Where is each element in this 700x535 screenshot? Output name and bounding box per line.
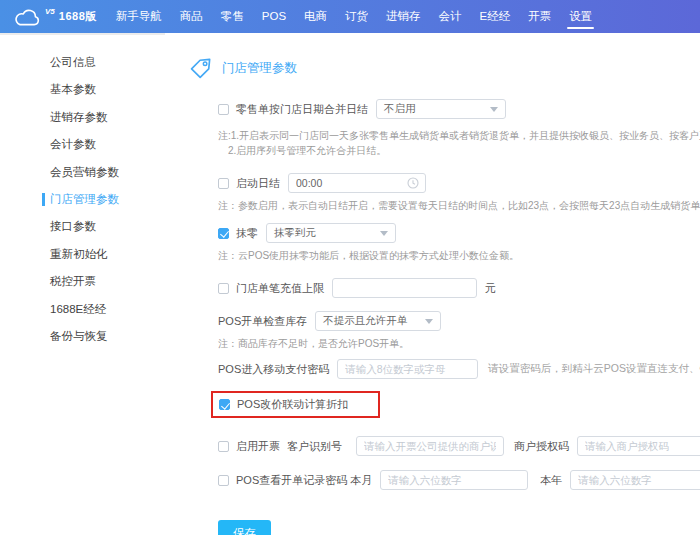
auto-daily-time-field bbox=[288, 173, 426, 193]
sidebar-item-company-info[interactable]: 公司信息 bbox=[0, 49, 165, 76]
auto-daily-time-input[interactable] bbox=[288, 173, 426, 193]
stock-check-selected-value: 不提示且允许开单 bbox=[323, 314, 407, 328]
sidebar-item-interface-params[interactable]: 接口参数 bbox=[0, 213, 165, 240]
invoice-enable-checkbox[interactable] bbox=[218, 441, 229, 452]
nav-item-inventory[interactable]: 进销存 bbox=[377, 0, 430, 33]
mobile-pay-hint: 请设置密码后，到精斗云POS设置直连支付、银行卡密钥 bbox=[488, 362, 700, 376]
rounding-selected-value: 抹零到元 bbox=[274, 226, 316, 240]
nav-item-ejingjing[interactable]: E经经 bbox=[471, 0, 520, 33]
record-password-checkbox[interactable] bbox=[218, 475, 229, 486]
nav-item-guide[interactable]: 新手导航 bbox=[107, 0, 171, 33]
page-title: 门店管理参数 bbox=[222, 60, 297, 77]
nav-item-goods[interactable]: 商品 bbox=[171, 0, 212, 33]
mobile-pay-password-input[interactable] bbox=[337, 359, 478, 379]
nav-item-invoicing[interactable]: 开票 bbox=[519, 0, 560, 33]
save-button[interactable]: 保存 bbox=[218, 520, 271, 535]
rounding-note: 注：云POS使用抹零功能后，根据设置的抹零方式处理小数位金额。 bbox=[218, 248, 700, 263]
recharge-limit-label[interactable]: 门店单笔充值上限 bbox=[236, 281, 324, 296]
active-indicator-bar bbox=[42, 193, 45, 206]
row-auto-daily: 启动日结 bbox=[218, 172, 700, 194]
recharge-limit-unit: 元 bbox=[485, 281, 496, 296]
row-stock-check: POS开单检查库存 不提示且允许开单 bbox=[218, 310, 700, 332]
nav-item-pos[interactable]: POS bbox=[253, 0, 295, 33]
merge-daily-label[interactable]: 零售单按门店日期合并日结 bbox=[236, 102, 368, 117]
invoice-auth-input[interactable] bbox=[577, 436, 700, 456]
invoice-id-input[interactable] bbox=[356, 436, 504, 456]
cloud-logo: V5 bbox=[12, 5, 57, 28]
rounding-checkbox[interactable] bbox=[218, 228, 229, 239]
merge-daily-selected-value: 不启用 bbox=[384, 102, 416, 116]
merge-daily-note-1: 注:1.开启表示同一门店同一天多张零售单生成销货单或者销货退货单，并且提供按收银… bbox=[218, 128, 700, 143]
rounding-select[interactable]: 抹零到元 bbox=[266, 223, 396, 243]
record-password-label[interactable]: POS查看开单记录密码 本月 bbox=[236, 473, 372, 488]
auto-daily-checkbox[interactable] bbox=[218, 178, 229, 189]
invoice-auth-label: 商户授权码 bbox=[514, 439, 569, 454]
row-mobile-pay: POS进入移动支付密码 请设置密码后，到精斗云POS设置直连支付、银行卡密钥 bbox=[218, 358, 700, 380]
chevron-down-icon bbox=[380, 231, 388, 236]
stock-check-label: POS开单检查库存 bbox=[218, 314, 307, 329]
sidebar-item-store-management[interactable]: 门店管理参数 bbox=[0, 186, 165, 213]
sidebar-item-inventory-params[interactable]: 进销存参数 bbox=[0, 104, 165, 131]
merge-daily-checkbox[interactable] bbox=[218, 104, 229, 115]
recharge-limit-checkbox[interactable] bbox=[218, 283, 229, 294]
sidebar-item-reinitialize[interactable]: 重新初始化 bbox=[0, 241, 165, 268]
row-merge-daily: 零售单按门店日期合并日结 不启用 bbox=[218, 98, 700, 120]
invoice-enable-label[interactable]: 启用开票 bbox=[236, 439, 280, 454]
stock-check-select[interactable]: 不提示且允许开单 bbox=[315, 311, 441, 331]
nav-item-retail[interactable]: 零售 bbox=[212, 0, 253, 33]
cloud-icon bbox=[12, 9, 44, 28]
logo-v5: V5 bbox=[45, 7, 55, 16]
nav-item-ecommerce[interactable]: 电商 bbox=[295, 0, 336, 33]
brand-label: 1688版 bbox=[59, 9, 97, 24]
sidebar-item-backup-restore[interactable]: 备份与恢复 bbox=[0, 323, 165, 350]
rounding-label[interactable]: 抹零 bbox=[236, 226, 258, 241]
sidebar-item-member-marketing[interactable]: 会员营销参数 bbox=[0, 159, 165, 186]
main-content: 门店管理参数 零售单按门店日期合并日结 不启用 注:1.开启表示同一门店同一天多… bbox=[165, 33, 700, 535]
mobile-pay-label: POS进入移动支付密码 bbox=[218, 362, 329, 377]
nav-item-ordering[interactable]: 订货 bbox=[336, 0, 377, 33]
sidebar-item-basic-params[interactable]: 基本参数 bbox=[0, 76, 165, 103]
top-navbar: V5 1688版 新手导航 商品 零售 POS 电商 订货 进销存 会计 E经经… bbox=[0, 0, 700, 33]
page-header: 门店管理参数 bbox=[188, 55, 700, 81]
recharge-limit-input[interactable] bbox=[332, 278, 477, 298]
merge-daily-select[interactable]: 不启用 bbox=[376, 99, 506, 119]
sidebar-item-tax-invoice[interactable]: 税控开票 bbox=[0, 268, 165, 295]
record-password-year-label: 本年 bbox=[540, 473, 562, 488]
chevron-down-icon bbox=[490, 107, 498, 112]
highlight-box: POS改价联动计算折扣 bbox=[211, 391, 380, 418]
record-password-month-input[interactable] bbox=[380, 470, 528, 490]
nav-item-settings[interactable]: 设置 bbox=[560, 0, 601, 33]
settings-sidebar: 公司信息 基本参数 进销存参数 会计参数 会员营销参数 门店管理参数 接口参数 … bbox=[0, 33, 165, 535]
row-rounding: 抹零 抹零到元 bbox=[218, 222, 700, 244]
sidebar-item-1688e[interactable]: 1688E经经 bbox=[0, 296, 165, 323]
invoice-id-label: 客户识别号 bbox=[287, 439, 342, 454]
record-password-year-input[interactable] bbox=[570, 470, 700, 490]
row-invoice: 启用开票 客户识别号 商户授权码 bbox=[218, 435, 700, 457]
row-record-password: POS查看开单记录密码 本月 本年 bbox=[218, 469, 700, 491]
auto-daily-label[interactable]: 启动日结 bbox=[236, 176, 280, 191]
price-link-discount-checkbox[interactable] bbox=[219, 399, 230, 410]
merge-daily-note-2: 2.启用序列号管理不允许合并日结。 bbox=[218, 143, 700, 158]
sidebar-item-accounting-params[interactable]: 会计参数 bbox=[0, 131, 165, 158]
row-recharge-limit: 门店单笔充值上限 元 bbox=[218, 277, 700, 299]
price-link-discount-label[interactable]: POS改价联动计算折扣 bbox=[237, 397, 348, 412]
nav-item-accounting[interactable]: 会计 bbox=[430, 0, 471, 33]
chevron-down-icon bbox=[425, 319, 433, 324]
stock-check-note: 注：商品库存不足时，是否允许POS开单。 bbox=[218, 336, 700, 351]
auto-daily-note: 注：参数启用，表示自动日结开启，需要设置每天日结的时间点，比如23点，会按照每天… bbox=[218, 198, 700, 213]
tag-icon bbox=[188, 56, 213, 81]
